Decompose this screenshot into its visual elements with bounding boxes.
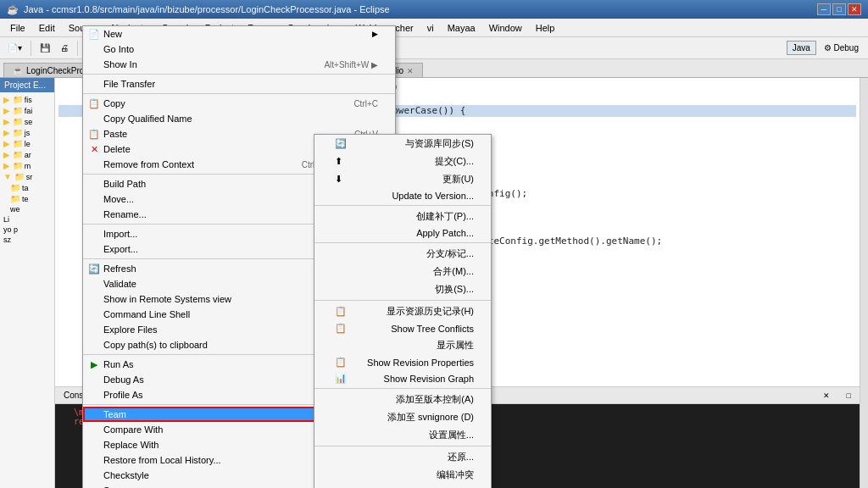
team-add-vcs[interactable]: 添加至版本控制(A) xyxy=(314,391,491,408)
menu-edit[interactable]: Edit xyxy=(32,19,62,36)
tree-item-1[interactable]: ▶ 📁 fis xyxy=(2,94,53,105)
remote-icon xyxy=(88,293,100,305)
java-perspective[interactable]: Java xyxy=(787,41,816,55)
print-button[interactable]: 🖨 xyxy=(56,41,73,55)
team-show-props[interactable]: 显示属性 xyxy=(314,336,491,354)
new-button[interactable]: 📄▾ xyxy=(3,41,26,55)
team-sep-5 xyxy=(314,446,491,446)
go-into-icon xyxy=(88,43,100,55)
compare-icon xyxy=(88,424,100,435)
rev-graph-icon: 📊 xyxy=(335,373,347,384)
tree-item-6[interactable]: ▶ 📁 ar xyxy=(2,149,53,160)
ctx-show-in[interactable]: Show In Alt+Shift+W ▶ xyxy=(83,57,395,72)
profile-as-icon xyxy=(88,389,100,401)
team-sync[interactable]: 🔄 与资源库同步(S) xyxy=(314,135,491,152)
title-bar: ☕ Java - ccmsr1.0.8/src/main/java/in/biz… xyxy=(0,0,868,19)
tree-item-10[interactable]: 📁 te xyxy=(2,193,53,204)
menu-help[interactable]: Help xyxy=(529,19,562,36)
rename-icon xyxy=(88,208,100,220)
tree-item-11[interactable]: we xyxy=(2,204,53,214)
team-edit-conflicts[interactable]: 编辑冲突 xyxy=(314,466,491,484)
folder-icon6: ▶ 📁 xyxy=(3,150,23,159)
maximize-button[interactable]: □ xyxy=(832,3,846,15)
right-scrollbar[interactable] xyxy=(860,78,868,488)
menu-mayaa[interactable]: Mayaa xyxy=(441,19,482,36)
ctx-copy-qualified[interactable]: Copy Qualified Name xyxy=(83,111,395,126)
team-merge[interactable]: 合并(M)... xyxy=(314,263,491,280)
team-sep-3 xyxy=(314,300,491,301)
team-branch-tag[interactable]: 分支/标记... xyxy=(314,245,491,263)
team-icon xyxy=(88,408,100,420)
debug-as-icon xyxy=(88,374,100,385)
team-create-patch[interactable]: 创建补丁(P)... xyxy=(314,208,491,225)
sidebar: Project E... ▶ 📁 fis ▶ 📁 fai ▶ 📁 se ▶ 📁 … xyxy=(0,78,55,488)
menu-vi[interactable]: vi xyxy=(420,19,441,36)
folder-icon8: ▼ 📁 xyxy=(3,172,25,181)
save-button[interactable]: 💾 xyxy=(36,41,54,55)
console-close[interactable]: ✕ xyxy=(815,387,838,403)
tree-conflict-icon: 📋 xyxy=(335,323,347,334)
team-show-history[interactable]: 📋 显示资源历史记录(H) xyxy=(314,302,491,320)
window-title: Java - ccmsr1.0.8/src/main/java/in/bizub… xyxy=(24,4,390,14)
tree-item-2[interactable]: ▶ 📁 fai xyxy=(2,105,53,116)
close-button[interactable]: ✕ xyxy=(848,3,861,15)
export-icon xyxy=(88,243,100,255)
sync-icon: 🔄 xyxy=(335,138,347,149)
tab-close-studio[interactable]: ✕ xyxy=(407,67,414,75)
tree-item-7[interactable]: ▶ 📁 m xyxy=(2,160,53,171)
toolbar-separator2 xyxy=(77,41,78,56)
folder-icon4: ▶ 📁 xyxy=(3,128,23,137)
tree-item-9[interactable]: 📁 ta xyxy=(2,182,53,193)
tree-item-8[interactable]: ▼ 📁 sr xyxy=(2,171,53,182)
paste-icon: 📋 xyxy=(88,128,100,140)
folder-icon2: ▶ 📁 xyxy=(3,106,23,115)
team-show-tree[interactable]: 📋 Show Tree Conflicts xyxy=(314,320,491,336)
tree-item-3[interactable]: ▶ 📁 se xyxy=(2,116,53,127)
checkstyle-icon xyxy=(88,469,100,481)
update-icon: ⬇ xyxy=(335,174,342,185)
copy-q-icon xyxy=(88,113,100,125)
team-commit[interactable]: ⬆ 提交(C)... xyxy=(314,152,491,170)
commit-icon: ⬆ xyxy=(335,156,342,167)
team-show-rev-props[interactable]: 📋 Show Revision Properties xyxy=(314,354,491,370)
minimize-button[interactable]: ─ xyxy=(817,3,831,15)
debug-perspective[interactable]: ⚙ Debug xyxy=(818,41,865,55)
folder-icon7: ▶ 📁 xyxy=(3,161,23,170)
rev-props-icon: 📋 xyxy=(335,357,347,368)
ctx-copy[interactable]: 📋 Copy Ctrl+C xyxy=(83,96,395,111)
folder-icon: ▶ 📁 xyxy=(3,95,23,104)
folder-icon5: ▶ 📁 xyxy=(3,139,23,148)
project-tree: ▶ 📁 fis ▶ 📁 fai ▶ 📁 se ▶ 📁 js ▶ 📁 le ▶ 📁 xyxy=(0,92,54,247)
menu-file[interactable]: File xyxy=(3,19,32,36)
tree-item-14[interactable]: sz xyxy=(2,235,53,245)
team-set-props[interactable]: 设置属性... xyxy=(314,426,491,444)
run-icon: ▶ xyxy=(88,358,100,370)
console-maximize[interactable]: □ xyxy=(838,387,860,403)
tab-icon: ☕ xyxy=(13,66,23,75)
sidebar-header: Project E... xyxy=(0,78,54,92)
delete-icon: ✕ xyxy=(88,143,100,155)
tree-item-13[interactable]: yo p xyxy=(2,225,53,235)
remove-icon xyxy=(88,158,100,170)
ctx-file-transfer[interactable]: File Transfer xyxy=(83,76,395,92)
tree-item-5[interactable]: ▶ 📁 le xyxy=(2,138,53,149)
menu-window[interactable]: Window xyxy=(482,19,529,36)
team-edit-prop-conflicts[interactable]: Edit property conflicts... xyxy=(314,484,491,488)
team-apply-patch[interactable]: Apply Patch... xyxy=(314,225,491,241)
ctx-go-into[interactable]: Go Into xyxy=(83,42,395,57)
team-submenu: 🔄 与资源库同步(S) ⬆ 提交(C)... ⬇ 更新(U) Update to… xyxy=(314,134,492,488)
team-add-svnignore[interactable]: 添加至 svnignore (D) xyxy=(314,408,491,426)
folder-icon9: 📁 xyxy=(10,183,20,192)
team-update-version[interactable]: Update to Version... xyxy=(314,188,491,203)
history-icon xyxy=(88,454,100,466)
new-icon: 📄 xyxy=(88,28,100,40)
tree-item-12[interactable]: Li xyxy=(2,214,53,225)
team-show-rev-graph[interactable]: 📊 Show Revision Graph xyxy=(314,370,491,386)
tree-item-4[interactable]: ▶ 📁 js xyxy=(2,127,53,138)
ctx-new[interactable]: 📄 New ▶ xyxy=(83,26,395,42)
source-icon xyxy=(88,485,100,488)
team-revert[interactable]: 还原... xyxy=(314,448,491,466)
team-update[interactable]: ⬇ 更新(U) xyxy=(314,170,491,188)
team-sep-1 xyxy=(314,205,491,206)
team-switch[interactable]: 切换(S)... xyxy=(314,280,491,298)
